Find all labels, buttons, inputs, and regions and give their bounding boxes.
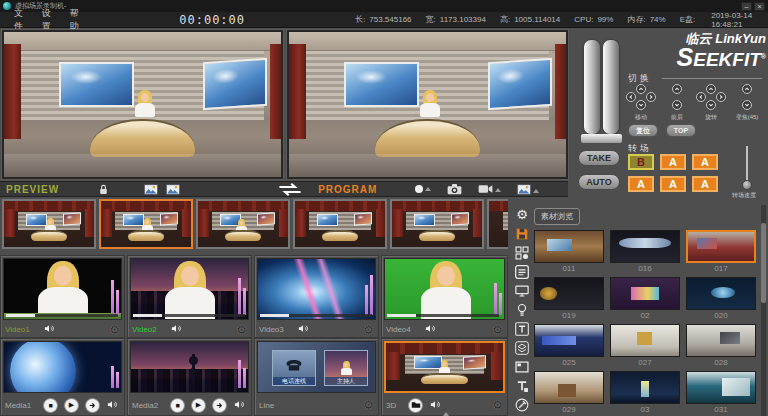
transition-b1-button[interactable]: B [628,154,654,170]
layers-icon[interactable] [515,340,530,355]
transition-a5-button[interactable]: A [660,176,686,192]
multiview-icon[interactable] [515,245,530,260]
scene-thumb-2-selected[interactable] [99,199,193,249]
light-icon[interactable] [515,302,530,317]
rotate-down-button[interactable] [706,100,716,110]
gallery-item[interactable]: 027 [610,324,680,368]
gallery-item[interactable]: 031 [686,371,756,415]
top-button[interactable]: TOP [666,124,696,137]
picture-output-icon[interactable] [517,184,539,195]
settings-gear-icon[interactable]: ⚙ [515,207,530,222]
menu-help[interactable]: 帮助 [70,7,84,33]
tbar-handle-left[interactable] [584,40,600,134]
record-icon[interactable] [415,185,431,193]
minimize-button[interactable]: – [741,2,752,11]
playlist-icon[interactable] [515,264,530,279]
gallery-item[interactable]: 019 [534,277,604,321]
play-button[interactable]: ▶ [191,398,206,413]
rotate-up-button[interactable] [706,84,716,94]
snapshot-camera-icon[interactable] [447,183,462,195]
gear-icon[interactable]: ⚙ [236,324,247,336]
dolly-back-button[interactable] [672,100,682,110]
subtitle-icon[interactable] [515,378,530,393]
move-up-button[interactable] [636,84,646,94]
scene-thumb-5[interactable] [390,199,484,249]
gallery-item[interactable]: 025 [534,324,604,368]
gallery-item[interactable]: 02 [610,277,680,321]
speaker-icon[interactable] [170,323,182,336]
slider-knob[interactable] [742,180,752,190]
gear-icon[interactable]: ⚙ [363,324,374,336]
take-button[interactable]: TAKE [578,150,620,166]
gallery-scrollbar[interactable] [761,205,766,416]
scene-thumb-4[interactable] [293,199,387,249]
auto-button[interactable]: AUTO [578,174,620,190]
menu-file[interactable]: 文件 [14,7,28,33]
video4-thumb[interactable] [384,258,505,320]
dolly-forward-button[interactable] [672,84,682,94]
text-box-icon[interactable] [515,321,530,336]
stamp-icon[interactable] [515,397,530,412]
media2-thumb[interactable] [130,341,249,393]
scene-thumb-1[interactable] [2,199,96,249]
transition-a6-button[interactable]: A [692,176,718,192]
next-button[interactable] [212,398,227,413]
gallery-item-selected[interactable]: 017 [686,230,756,274]
move-left-button[interactable] [626,92,636,102]
move-down-button[interactable] [636,100,646,110]
phone-line-button[interactable]: 电话连线 [272,350,316,386]
gear-icon[interactable]: ⚙ [492,324,503,336]
scrollbar-thumb[interactable] [761,223,766,303]
swap-icon[interactable] [276,183,304,196]
menu-settings[interactable]: 设置 [42,7,56,33]
speaker-icon[interactable] [424,323,436,336]
play-button[interactable]: ▶ [64,398,79,413]
stop-button[interactable]: ■ [170,398,185,413]
rotate-right-button[interactable] [716,92,726,102]
transition-a2-button[interactable]: A [660,154,686,170]
gallery-item[interactable]: 011 [534,230,604,274]
zoom-out-button[interactable] [742,100,752,110]
speaker-icon[interactable] [429,399,449,412]
transition-a4-button[interactable]: A [628,176,654,192]
gallery-item[interactable]: 020 [686,277,756,321]
stop-button[interactable]: ■ [43,398,58,413]
gallery-item[interactable]: 029 [534,371,604,415]
transition-speed-slider[interactable] [746,146,748,188]
video1-thumb[interactable] [3,258,122,320]
speaker-icon[interactable] [233,399,245,412]
gear-icon[interactable]: ⚙ [492,399,503,411]
gear-icon[interactable]: ⚙ [363,399,374,411]
image-overlay-icon[interactable] [144,184,158,195]
host-button[interactable]: 主持人 [324,350,368,386]
video-capture-icon[interactable] [478,184,501,194]
gear-icon[interactable]: ⚙ [109,324,120,336]
rotate-left-button[interactable] [696,92,706,102]
speaker-icon[interactable] [106,399,118,412]
lock-icon[interactable] [99,184,108,195]
gallery-item[interactable]: 03 [610,371,680,415]
next-button[interactable] [85,398,100,413]
video3-thumb[interactable] [257,258,376,320]
monitor-icon[interactable] [515,283,530,298]
save-icon[interactable] [515,226,530,241]
move-right-button[interactable] [646,92,656,102]
frame-icon[interactable] [515,359,530,374]
gallery-item[interactable]: 028 [686,324,756,368]
scene3d-thumb[interactable] [384,341,505,393]
close-button[interactable]: × [754,2,765,11]
zoom-in-button[interactable] [742,84,752,94]
media1-thumb[interactable] [3,341,122,393]
speaker-icon[interactable] [297,323,309,336]
transition-a3-button[interactable]: A [692,154,718,170]
gallery-item[interactable]: 016 [610,230,680,274]
scene-thumb-3[interactable] [196,199,290,249]
tbar-handle-right[interactable] [603,40,619,134]
folder-button[interactable] [408,398,423,413]
reset-button[interactable]: 复位 [628,124,658,137]
video2-thumb[interactable] [130,258,249,320]
scene-thumb-6[interactable] [487,199,508,249]
material-browse-tab[interactable]: 素材浏览 [534,208,580,225]
image-overlay2-icon[interactable] [166,184,180,195]
speaker-icon[interactable] [43,323,55,336]
